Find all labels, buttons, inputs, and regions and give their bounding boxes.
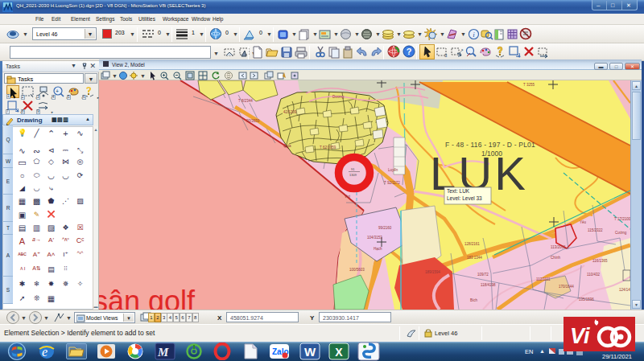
svg-text:109/72: 109/72: [477, 273, 489, 277]
svg-text:90/3659: 90/3659: [246, 119, 260, 123]
svg-text:↗: ↗: [460, 48, 464, 53]
svg-text:Yêu: Yêu: [580, 220, 587, 224]
svg-text:99/2160: 99/2160: [378, 226, 392, 230]
svg-text:42/1209: 42/1209: [283, 110, 297, 114]
svg-text:▼: ▼: [112, 73, 118, 79]
svg-text:118/4198: 118/4198: [481, 283, 496, 287]
svg-text:Level: Level 33: Level: Level 33: [447, 195, 482, 201]
svg-text:170/1644: 170/1644: [559, 285, 574, 289]
svg-text:T 92/1172: T 92/1172: [384, 181, 400, 185]
svg-text:189/1594: 189/1594: [425, 270, 440, 274]
svg-text:T 3255: T 3255: [523, 83, 535, 87]
svg-text:91: 91: [351, 167, 355, 171]
svg-text:Cường: Cường: [615, 231, 627, 235]
svg-text:100/5603: 100/5603: [349, 268, 365, 272]
svg-text:104/3153: 104/3153: [367, 236, 382, 240]
svg-text:135/1596: 135/1596: [579, 297, 594, 302]
svg-text:110/432: 110/432: [587, 273, 600, 277]
svg-text:124/1453: 124/1453: [619, 288, 630, 292]
svg-text:T 17/2100: T 17/2100: [614, 217, 630, 221]
svg-text:▼: ▼: [140, 73, 146, 79]
svg-text:128/2161: 128/2161: [464, 242, 480, 246]
svg-text:116/1365: 116/1365: [592, 259, 608, 263]
svg-text:Hạch: Hạch: [374, 247, 382, 251]
svg-text:Vưi: Vưi: [345, 195, 350, 199]
svg-text:X: X: [335, 346, 343, 359]
svg-text:Bích: Bích: [470, 298, 478, 302]
svg-text:3: 3: [444, 53, 448, 58]
svg-text:112/1111: 112/1111: [536, 277, 551, 281]
svg-text:115/2322: 115/2322: [588, 228, 603, 232]
svg-text:1309: 1309: [349, 173, 357, 177]
svg-text:+: +: [56, 88, 59, 94]
svg-text:Text: LUK: Text: LUK: [447, 188, 470, 194]
svg-text:Dương: Dương: [332, 95, 345, 99]
svg-text:?: ?: [407, 47, 412, 56]
svg-text:T 8/2344: T 8/2344: [238, 99, 253, 103]
svg-text:M: M: [157, 346, 169, 359]
svg-text:113/2066: 113/2066: [551, 245, 566, 249]
svg-text:183 1344: 183 1344: [467, 256, 482, 260]
svg-text:Luyến: Luyến: [388, 168, 398, 172]
svg-text:W: W: [304, 345, 316, 359]
svg-text:sân golf: sân golf: [99, 285, 196, 310]
svg-text:Chính: Chính: [551, 256, 561, 260]
svg-text:Vi: Vi: [570, 324, 590, 348]
svg-text:Quia: Quia: [283, 144, 291, 148]
svg-text:T 62/1059: T 62/1059: [320, 146, 336, 150]
